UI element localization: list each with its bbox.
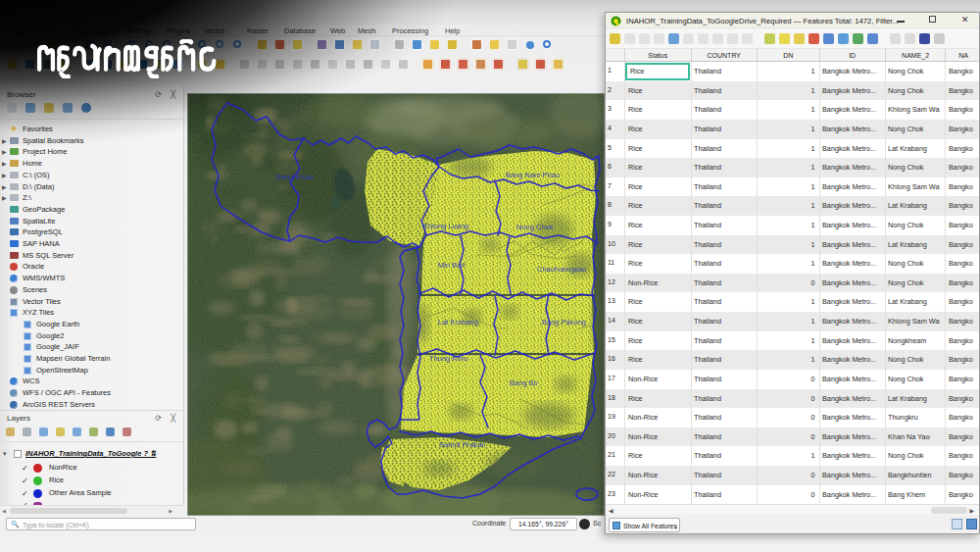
svg-text:Samut Prakan: Samut Prakan bbox=[439, 440, 486, 449]
svg-text:Bang Bo: Bang Bo bbox=[510, 378, 538, 387]
svg-text:Bang Pakong: Bang Pakong bbox=[542, 318, 586, 326]
svg-text:Nong Chok: Nong Chok bbox=[516, 223, 554, 231]
svg-text:Min Buri: Min Buri bbox=[438, 261, 466, 270]
svg-text:Bang Nam Priao: Bang Nam Priao bbox=[506, 171, 560, 179]
svg-text:Chachoengsao: Chachoengsao bbox=[537, 265, 586, 274]
svg-text:Lat Krabang: Lat Krabang bbox=[438, 318, 478, 326]
svg-text:Khlong Luang: Khlong Luang bbox=[423, 222, 468, 230]
svg-text:Thung Khru: Thung Khru bbox=[429, 354, 467, 363]
svg-text:Bang Kruai: Bang Kruai bbox=[276, 173, 313, 181]
